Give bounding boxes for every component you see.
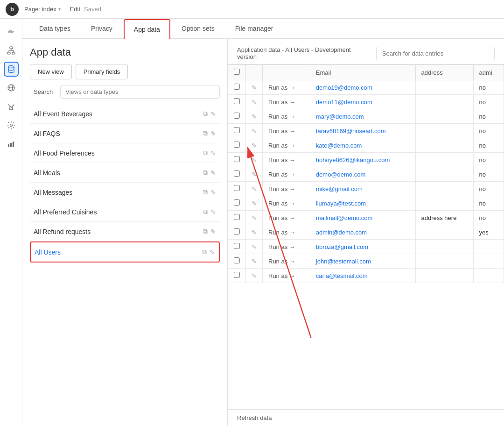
tab-privacy[interactable]: Privacy — [82, 19, 122, 38]
row-run-as-cell[interactable]: Run as → — [263, 153, 310, 167]
edit-icon[interactable]: ✎ — [210, 208, 216, 216]
copy-icon[interactable]: ⧉ — [203, 129, 208, 137]
row-run-as-cell[interactable]: Run as → — [263, 138, 310, 153]
sidebar-icon-tools[interactable] — [4, 99, 19, 114]
logo: b — [6, 3, 19, 16]
list-item-icons: ⧉ ✎ — [203, 227, 216, 235]
row-checkbox[interactable] — [234, 127, 240, 133]
list-item-meals[interactable]: All Meals ⧉ ✎ — [30, 163, 220, 183]
row-pencil-icon[interactable]: ✎ — [252, 272, 257, 279]
row-email-cell: mailmail@demo.com — [310, 211, 415, 225]
list-item-messages[interactable]: All Messages ⧉ ✎ — [30, 183, 220, 202]
sidebar-icon-settings[interactable] — [4, 118, 19, 133]
row-run-as-cell[interactable]: Run as → — [263, 211, 310, 225]
edit-icon[interactable]: ✎ — [210, 130, 216, 137]
row-run-as-cell[interactable]: Run as → — [263, 124, 310, 138]
row-checkbox[interactable] — [234, 228, 240, 234]
edit-icon[interactable]: ✎ — [210, 189, 216, 196]
row-checkbox[interactable] — [234, 98, 240, 104]
row-run-as-cell[interactable]: Run as → — [263, 225, 310, 240]
row-checkbox[interactable] — [234, 142, 240, 148]
list-item-label: All Users — [35, 248, 61, 256]
row-pencil-icon[interactable]: ✎ — [252, 84, 257, 91]
sidebar-icon-sitemap[interactable] — [4, 43, 19, 58]
page-chevron[interactable]: ▾ — [58, 7, 61, 12]
search-entries-input[interactable] — [376, 47, 495, 60]
edit-button[interactable]: Edit — [70, 6, 80, 13]
edit-icon[interactable]: ✎ — [210, 248, 215, 256]
row-run-as-cell[interactable]: Run as → — [263, 196, 310, 211]
row-checkbox[interactable] — [234, 243, 240, 249]
edit-icon[interactable]: ✎ — [210, 110, 216, 118]
edit-icon[interactable]: ✎ — [210, 149, 216, 157]
new-view-button[interactable]: New view — [30, 64, 72, 79]
refresh-data-button[interactable]: Refresh data — [228, 409, 504, 426]
row-checkbox[interactable] — [234, 84, 240, 90]
row-run-as-cell[interactable]: Run as → — [263, 254, 310, 269]
sidebar-icon-globe[interactable] — [4, 80, 19, 95]
copy-icon[interactable]: ⧉ — [203, 169, 208, 177]
row-pencil-icon[interactable]: ✎ — [252, 142, 257, 149]
copy-icon[interactable]: ⧉ — [203, 208, 208, 216]
row-checkbox[interactable] — [234, 156, 240, 162]
row-run-as-cell[interactable]: Run as → — [263, 95, 310, 109]
list-item-label: All Messages — [34, 189, 72, 196]
row-pencil-icon[interactable]: ✎ — [252, 113, 257, 120]
row-checkbox[interactable] — [234, 272, 240, 278]
row-pencil-icon[interactable]: ✎ — [252, 171, 257, 178]
row-pencil-icon[interactable]: ✎ — [252, 200, 257, 207]
row-pencil-icon[interactable]: ✎ — [252, 99, 257, 106]
edit-icon[interactable]: ✎ — [210, 228, 216, 235]
list-item-users[interactable]: All Users ⧉ ✎ — [30, 241, 220, 263]
tab-option-sets[interactable]: Option sets — [172, 19, 224, 38]
row-run-as-cell[interactable]: Run as → — [263, 182, 310, 196]
views-search-input[interactable] — [60, 85, 220, 99]
row-checkbox[interactable] — [234, 185, 240, 191]
row-pencil-icon[interactable]: ✎ — [252, 243, 257, 250]
row-run-as-cell[interactable]: Run as → — [263, 80, 310, 95]
row-checkbox[interactable] — [234, 257, 240, 263]
row-pencil-icon[interactable]: ✎ — [252, 258, 257, 265]
col-header-address: address — [415, 65, 473, 80]
list-item-refunds[interactable]: All Refund requests ⧉ ✎ — [30, 222, 220, 241]
row-run-as-cell[interactable]: Run as → — [263, 240, 310, 254]
copy-icon[interactable]: ⧉ — [203, 188, 208, 196]
row-pencil-icon[interactable]: ✎ — [252, 214, 257, 221]
select-all-checkbox[interactable] — [234, 69, 240, 75]
edit-icon[interactable]: ✎ — [210, 169, 216, 177]
row-checkbox[interactable] — [234, 199, 240, 206]
copy-icon[interactable]: ⧉ — [202, 248, 207, 256]
copy-icon[interactable]: ⧉ — [203, 110, 208, 118]
row-pencil-icon[interactable]: ✎ — [252, 128, 257, 135]
list-item-food-prefs[interactable]: All Food Preferences ⧉ ✎ — [30, 143, 220, 163]
row-email-cell: john@testemail.com — [310, 254, 415, 269]
tab-data-types[interactable]: Data types — [30, 19, 80, 38]
copy-icon[interactable]: ⧉ — [203, 149, 208, 157]
list-item-faqs[interactable]: All FAQS ⧉ ✎ — [30, 124, 220, 143]
table-row: ✎ Run as → mike@gmail.com no — [228, 182, 504, 196]
sidebar-icon-database[interactable] — [4, 62, 19, 77]
top-bar: b Page: index ▾ Edit Saved — [0, 0, 504, 19]
copy-icon[interactable]: ⧉ — [203, 227, 208, 235]
row-pencil-icon[interactable]: ✎ — [252, 229, 257, 236]
sidebar-icon-chart[interactable] — [4, 136, 19, 151]
row-pencil-icon[interactable]: ✎ — [252, 185, 257, 192]
row-run-as-cell[interactable]: Run as → — [263, 167, 310, 182]
col-header-email: Email — [310, 65, 415, 80]
primary-fields-button[interactable]: Primary fields — [76, 64, 128, 79]
row-run-as-cell[interactable]: Run as → — [263, 269, 310, 283]
list-item-cuisines[interactable]: All Preferred Cuisines ⧉ ✎ — [30, 202, 220, 222]
right-panel-subtitle: Application data - All Users - Developme… — [237, 46, 369, 60]
row-edit-cell: ✎ — [246, 269, 263, 283]
row-checkbox[interactable] — [234, 113, 240, 119]
row-run-as-cell[interactable]: Run as → — [263, 109, 310, 124]
row-checkbox[interactable] — [234, 170, 240, 177]
list-item-beverages[interactable]: All Event Beverages ⧉ ✎ — [30, 104, 220, 124]
table-row: ✎ Run as → kate@demo.com no — [228, 138, 504, 153]
sidebar-icon-pencil[interactable]: ✏ — [4, 24, 19, 39]
row-checkbox[interactable] — [234, 214, 240, 220]
tab-app-data[interactable]: App data — [124, 19, 170, 39]
tab-file-manager[interactable]: File manager — [226, 19, 283, 38]
row-checkbox-cell — [228, 124, 246, 138]
row-pencil-icon[interactable]: ✎ — [252, 156, 257, 163]
